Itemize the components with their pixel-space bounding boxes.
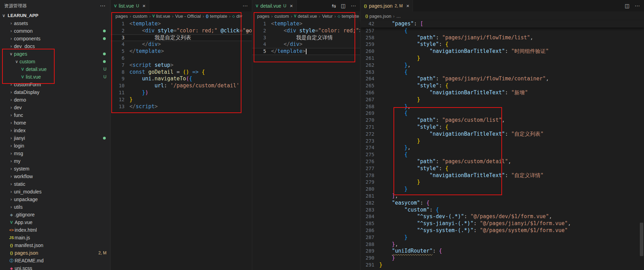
tree-folder-msg[interactable]: ›msg — [0, 150, 110, 157]
tree-folder-func[interactable]: ›func — [0, 111, 110, 119]
tree-file-manifest.json[interactable]: {}manifest.json — [0, 241, 110, 249]
code-line-280[interactable]: 280 } — [360, 186, 644, 193]
code-line-3[interactable]: 3 我是自定义详情 — [252, 34, 360, 41]
tree-file-README.md[interactable]: ⓘREADME.md — [0, 257, 110, 264]
tree-file-App.vue[interactable]: VApp.vue — [0, 219, 110, 226]
code-line-1[interactable]: 1<template> — [252, 21, 360, 27]
code-line-12[interactable]: 12} — [111, 96, 252, 103]
tree-folder-pages[interactable]: ∨pages — [0, 50, 110, 58]
code-line-5[interactable]: 5</template> — [111, 48, 252, 55]
tree-file-index.html[interactable]: <>index.html — [0, 226, 110, 234]
code-line-9[interactable]: 9 uni.navigateTo({ — [111, 76, 252, 82]
tree-folder-common[interactable]: ›common — [0, 27, 110, 35]
tree-folder-home[interactable]: ›home — [0, 119, 110, 127]
code-line-287[interactable]: 287 } — [360, 234, 644, 241]
breadcrumb-item-template[interactable]: {}template — [206, 14, 228, 19]
tree-folder-utils[interactable]: ›utils — [0, 203, 110, 211]
tree-file-uni.scss[interactable]: ◈uni.scss — [0, 264, 110, 270]
split-editor-icon[interactable]: ◫ — [625, 3, 630, 9]
code-line-3[interactable]: 3 我是自定义列表 — [111, 34, 252, 41]
code-line-265[interactable]: 265 "style": { — [360, 82, 644, 89]
breadcrumb-item-custom[interactable]: custom — [133, 14, 148, 19]
tree-file-main.js[interactable]: JSmain.js — [0, 234, 110, 241]
code-line-1[interactable]: 1<template> — [111, 21, 252, 27]
close-icon[interactable]: × — [290, 3, 293, 9]
code-line-271[interactable]: 271 "style": { — [360, 124, 644, 131]
code-line-7[interactable]: 7<script setup> — [111, 62, 252, 69]
code-line-259[interactable]: 259 "style": { — [360, 41, 644, 48]
code-line-4[interactable]: 4 </div> — [111, 41, 252, 48]
code-line-273[interactable]: 273 } — [360, 138, 644, 145]
code-line-267[interactable]: 267 } — [360, 96, 644, 103]
code-line-281[interactable]: 281 ], — [360, 193, 644, 200]
code-line-285[interactable]: 285 "^sys-jianyi-(.*)": "@/pages/jianyi/… — [360, 220, 644, 227]
tree-file-pages.json[interactable]: {}pages.json2, M — [0, 249, 110, 257]
code-line-275[interactable]: 275 { — [360, 151, 644, 158]
code-line-278[interactable]: 278 "navigationBarTitleText": "自定义详情" — [360, 172, 644, 179]
code-line-291[interactable]: 291} — [360, 262, 644, 269]
code-line-274[interactable]: 274 }, — [360, 144, 644, 151]
code-line-266[interactable]: 266 "navigationBarTitleText": "新增" — [360, 89, 644, 96]
breadcrumb-item-pages[interactable]: pages — [116, 14, 128, 19]
scrollbar[interactable] — [640, 223, 643, 256]
code-line-11[interactable]: 11 }) — [111, 89, 252, 96]
code-line-290[interactable]: 290 } — [360, 255, 644, 262]
close-icon[interactable]: × — [143, 3, 146, 9]
tree-folder-uni_modules[interactable]: ›uni_modules — [0, 188, 110, 196]
code-line-4[interactable]: 4 </div> — [252, 41, 360, 48]
code-line-268[interactable]: 268 }, — [360, 103, 644, 110]
code-line-257[interactable]: 257 { — [360, 27, 644, 34]
tree-folder-jianyi[interactable]: ›jianyi — [0, 134, 110, 142]
tree-folder-assets[interactable]: ›assets — [0, 19, 110, 27]
tab-list-vue[interactable]: V list.vue U × — [111, 0, 149, 11]
breadcrumb-item-Vue - Official[interactable]: Vue - Official — [175, 14, 201, 19]
open-changes-icon[interactable]: ⇆ — [332, 3, 336, 9]
tree-file-.gitignore[interactable]: ◆.gitignore — [0, 211, 110, 219]
tree-folder-static[interactable]: ›static — [0, 180, 110, 188]
breadcrumb-item-template[interactable]: ◇template — [337, 14, 359, 19]
code-line-277[interactable]: 277 "style": { — [360, 165, 644, 172]
close-icon[interactable]: × — [406, 3, 410, 9]
tree-folder-system[interactable]: ›system — [0, 165, 110, 173]
more-actions-icon[interactable]: ⋯ — [635, 3, 640, 9]
tree-folder-customForm[interactable]: ›customForm — [0, 81, 110, 88]
code-line-283[interactable]: 283 "custom": { — [360, 207, 644, 214]
tree-folder-components[interactable]: ›components — [0, 35, 110, 42]
breadcrumb-item-list.vue[interactable]: Vlist.vue — [152, 14, 170, 19]
tab-pages-json[interactable]: {} pages.json 2, M × — [360, 0, 413, 11]
more-actions-icon[interactable]: ⋯ — [351, 3, 356, 9]
code-line-276[interactable]: 276 "path": "pages/custom/detail", — [360, 158, 644, 165]
code-line-272[interactable]: 272 "navigationBarTitleText": "自定义列表" — [360, 131, 644, 138]
explorer-root-folder[interactable]: ∨ LEARUN_APP — [0, 11, 110, 19]
breadcrumb-item-pages.json[interactable]: {}pages.json — [365, 14, 391, 19]
code-line-279[interactable]: 279 } — [360, 179, 644, 186]
code-line-289[interactable]: 289 "uniIdRouter": { — [360, 248, 644, 255]
breadcrumb-item-Vetur[interactable]: Vetur — [322, 14, 333, 19]
tree-folder-login[interactable]: ›login — [0, 142, 110, 150]
code-line-270[interactable]: 270 "path": "pages/custom/list", — [360, 117, 644, 124]
tab-detail-vue[interactable]: V detail.vue U × — [252, 0, 297, 11]
code-line-286[interactable]: 286 "^sys-system-(.*)": "@/pages/system/… — [360, 227, 644, 234]
breadcrumb-item-…[interactable]: … — [396, 14, 401, 19]
code-line-2[interactable]: 2 <div style="color: red;" @click="goDet… — [111, 27, 252, 34]
tree-folder-dataDisplay[interactable]: ›dataDisplay — [0, 88, 110, 96]
more-actions-icon[interactable]: ⋯ — [243, 3, 248, 9]
code-editor-detail-vue[interactable]: 1<template>2 <div style="color: red;">3 … — [252, 21, 360, 55]
breadcrumb-item-pages[interactable]: pages — [257, 14, 269, 19]
tree-folder-dev[interactable]: ›dev — [0, 104, 110, 111]
code-line-282[interactable]: 282 "easycom": { — [360, 200, 644, 207]
code-line-262[interactable]: 262 }, — [360, 62, 644, 69]
code-editor-list-vue[interactable]: 1<template>2 <div style="color: red;" @c… — [111, 21, 252, 110]
code-line-269[interactable]: 269 { — [360, 110, 644, 117]
code-line-2[interactable]: 2 <div style="color: red;"> — [252, 27, 360, 34]
code-line-284[interactable]: 284 "^sys-dev-(.*)": "@/pages/dev/$1/for… — [360, 213, 644, 220]
tree-folder-custom[interactable]: ∨custom — [0, 58, 110, 65]
split-editor-icon[interactable]: ◫ — [341, 3, 346, 9]
code-editor-pages-json[interactable]: 257 {258 "path": "pages/jianyi/flowTime/… — [360, 21, 644, 269]
tree-folder-index[interactable]: ›index — [0, 127, 110, 134]
tree-folder-my[interactable]: ›my — [0, 157, 110, 165]
code-line-13[interactable]: 13</script> — [111, 103, 252, 110]
code-line-261[interactable]: 261 } — [360, 55, 644, 62]
code-line-8[interactable]: 8const goDetail = () => { — [111, 69, 252, 76]
code-line-263[interactable]: 263 { — [360, 69, 644, 76]
